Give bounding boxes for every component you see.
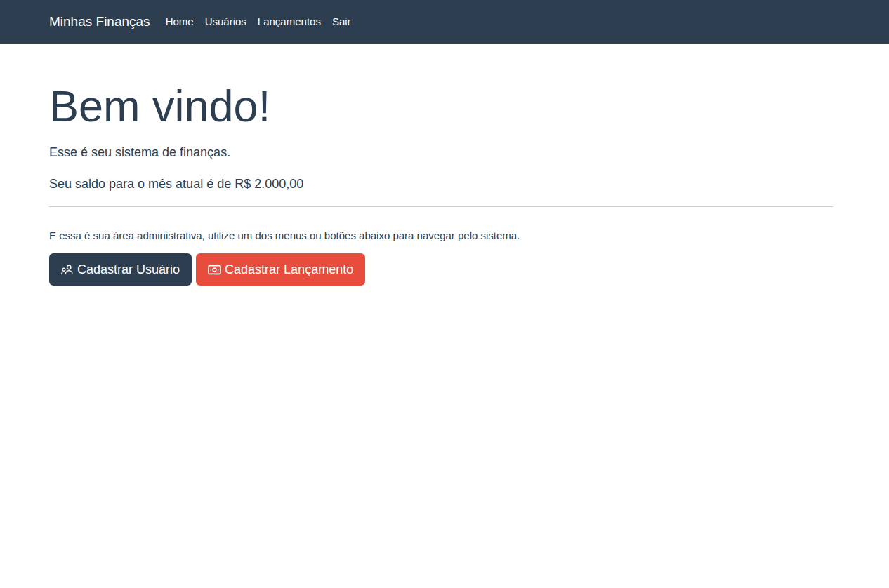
users-icon [61,264,74,275]
banknote-icon [208,265,221,275]
nav-item-home: Home [160,0,199,44]
nav-link-home[interactable]: Home [160,0,199,44]
cadastrar-usuario-label: Cadastrar Usuário [77,262,180,277]
navbar-inner: Minhas Finanças Home Usuários Lançamento… [49,0,833,44]
brand[interactable]: Minhas Finanças [49,14,150,29]
cadastrar-usuario-button[interactable]: Cadastrar Usuário [49,253,192,286]
divider [49,206,833,207]
balance-text: Seu saldo para o mês atual é de R$ 2.000… [49,175,833,193]
cadastrar-lancamento-label: Cadastrar Lançamento [225,262,353,277]
nav-link-lancamentos[interactable]: Lançamentos [252,0,327,44]
nav-item-usuarios: Usuários [199,0,252,44]
page-title: Bem vindo! [49,82,833,130]
nav-item-sair: Sair [327,0,357,44]
nav-menu: Home Usuários Lançamentos Sair [160,0,357,44]
action-buttons: Cadastrar Usuário Cadastrar Lançamento [49,253,833,286]
main-content: Bem vindo! Esse é seu sistema de finança… [49,82,833,286]
admin-hint: E essa é sua área administrativa, utiliz… [49,228,833,243]
nav-link-sair[interactable]: Sair [327,0,357,44]
nav-link-usuarios[interactable]: Usuários [199,0,252,44]
cadastrar-lancamento-button[interactable]: Cadastrar Lançamento [196,253,365,286]
nav-item-lancamentos: Lançamentos [252,0,327,44]
subtitle: Esse é seu sistema de finanças. [49,143,833,161]
navbar: Minhas Finanças Home Usuários Lançamento… [0,0,889,44]
